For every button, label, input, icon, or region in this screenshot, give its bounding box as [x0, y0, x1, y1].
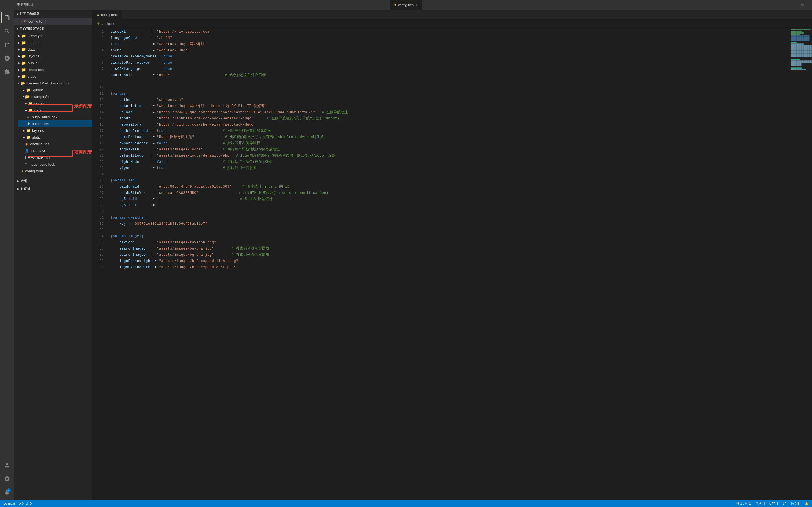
section-timeline[interactable]: ▶ 时间线 — [13, 185, 92, 193]
code-line-4: theme = "WebStack-Hugo" — [106, 47, 790, 54]
activity-source-control[interactable] — [1, 39, 12, 50]
mywebstack-label: MYWEBSTACK — [20, 27, 45, 30]
gitattributes-label: .gitattributes — [29, 142, 49, 146]
status-spaces[interactable]: 空格: 4 — [755, 502, 765, 506]
status-line-col[interactable]: 行 1，列 1 — [736, 502, 751, 506]
code-line-16: repository = "https://github.com/shenwei… — [106, 122, 790, 128]
activity-explorer[interactable] — [1, 12, 12, 23]
section-mywebstack[interactable]: ▾ MYWEBSTACK — [13, 24, 92, 33]
file-readme[interactable]: ℹ README.md — [16, 154, 92, 161]
title-bar: 资源管理器 ⋯ ⚙ config.toml ✕ ⧉ ⋯ — [0, 0, 812, 10]
code-line-20: logosPath = "assets/images/logos" # 网站每个… — [106, 147, 790, 153]
folder-data[interactable]: ▶ 📁 data — [13, 46, 92, 53]
folder-themes-webstack[interactable]: ▾ 📂 themes / WebStack-Hugo — [13, 80, 92, 87]
code-line-22: nightMode = false # 默认站点为深色(夜间)模式 — [106, 159, 790, 165]
open-editor-config-item[interactable]: ✕ ⚙ config.toml — [13, 18, 92, 24]
archetypes-chevron: ▶ — [18, 34, 20, 38]
code-line-21: defaultLogo = "assets/images/logos/defau… — [106, 153, 790, 159]
folder-resources[interactable]: ▶ 📁 resources — [13, 66, 92, 73]
title-bar-right: ⧉ ⋯ — [422, 3, 810, 7]
section-outline[interactable]: ▶ 大纲 — [13, 177, 92, 185]
activity-run[interactable] — [1, 53, 12, 64]
folder-github[interactable]: ▶ 📁 .github — [16, 87, 92, 93]
activity-notification[interactable]: 1 — [1, 487, 12, 498]
folder-themes-layouts[interactable]: ▶ 📁 layouts — [16, 127, 92, 134]
open-editor-gear-icon: ⚙ — [24, 19, 27, 23]
activity-settings[interactable] — [1, 473, 12, 485]
file-root-config-toml[interactable]: ⚙ config.toml — [13, 168, 92, 174]
public-label: public — [28, 61, 37, 65]
readme-label: README.md — [28, 156, 50, 160]
folder-static[interactable]: ▶ 📁 static — [13, 73, 92, 80]
code-line-27: baiduSiteVer = 'codeva-cCAOSG8MBO' # 百度H… — [106, 190, 790, 196]
themes-folder-icon: 📂 — [20, 81, 25, 86]
file-gitattributes[interactable]: ◉ .gitattributes — [16, 140, 92, 147]
editor-tabs: ⚙ config.toml — [93, 10, 812, 20]
content-label: content — [28, 41, 40, 45]
line-numbers: 12345 678910 1112131415 1617181920 21222… — [93, 27, 106, 500]
root-config-gear-icon: ⚙ — [20, 169, 23, 173]
folder-examplesite[interactable]: ▾ 📂 exampleSite — [16, 93, 92, 100]
title-overflow-icon[interactable]: ⋯ — [806, 3, 810, 7]
license-icon: 👤 — [25, 149, 29, 153]
open-editor-close-icon[interactable]: ✕ — [20, 20, 22, 23]
file-hugo-build-lock-example[interactable]: ≡ .hugo_build.lock — [18, 114, 92, 120]
folder-examplesite-content[interactable]: ▶ 📁 content — [18, 100, 92, 107]
main-tab-config[interactable]: ⚙ config.toml ✕ — [390, 0, 422, 10]
warning-icon: ⚠ — [26, 502, 29, 506]
themes-layouts-chevron: ▶ — [22, 129, 25, 132]
tab-gear-icon: ⚙ — [393, 3, 396, 7]
layouts-label: layouts — [28, 54, 39, 58]
code-line-8: publishDir = "docs" # 站点静态文件保存目录 — [106, 72, 790, 78]
tab-close-icon[interactable]: ✕ — [416, 3, 418, 6]
resources-label: resources — [28, 68, 44, 72]
code-line-29: tj51lack = '' — [106, 202, 790, 209]
breadcrumb: ⚙ config.toml — [93, 20, 812, 27]
code-content[interactable]: baseURL = "https://nav.bioitee.com" lang… — [106, 27, 790, 500]
editor-tab-label: config.toml — [101, 13, 117, 17]
examplesite-folder-icon: 📂 — [25, 95, 30, 99]
examplesite-data-chevron: ▶ — [25, 109, 27, 112]
themes-static-label: static — [32, 135, 41, 139]
resources-chevron: ▶ — [18, 68, 20, 71]
activity-account[interactable] — [1, 460, 12, 471]
themes-children: ▶ 📁 .github ▾ 📂 exampleSite ▶ — [13, 87, 92, 168]
code-line-7: hasCJKLanguage = true — [106, 66, 790, 72]
hugo-build-lock-themes-label: .hugo_build.lock — [29, 162, 55, 166]
status-line-ending[interactable]: LF — [783, 502, 786, 506]
file-license[interactable]: 👤 LICENSE — [16, 147, 92, 154]
status-notification[interactable]: 🔔 — [805, 502, 809, 506]
outline-label: 大纲 — [20, 179, 28, 183]
folder-archetypes[interactable]: ▶ 📁 archetypes — [13, 33, 92, 39]
folder-content[interactable]: ▶ 📁 content — [13, 39, 92, 46]
open-editors-label: 打开的编辑器 — [20, 12, 40, 16]
folder-examplesite-data[interactable]: ▶ 📁 data — [18, 107, 92, 114]
status-encoding[interactable]: UTF-8 — [769, 502, 778, 506]
title-bar-more-icon[interactable]: ⋯ — [38, 3, 42, 7]
open-editors-chevron: ▾ — [17, 12, 18, 15]
sidebar-tree: ▶ 📁 archetypes ▶ 📁 content ▶ 📁 data — [13, 33, 92, 500]
editor-tab-config[interactable]: ⚙ config.toml — [93, 10, 122, 20]
split-editor-icon[interactable]: ⧉ — [801, 3, 804, 7]
code-editor[interactable]: 12345 678910 1112131415 1617181920 21222… — [93, 27, 812, 500]
layouts-chevron: ▶ — [18, 55, 20, 58]
branch-name: main — [8, 502, 15, 505]
code-line-23: yiyan = true # 默认启用一言服务 — [106, 165, 790, 171]
warning-count: 0 — [30, 502, 32, 505]
file-config-toml-example[interactable]: ⚙ config.toml — [18, 120, 92, 127]
folder-themes-static[interactable]: ▶ 📁 static — [16, 134, 92, 140]
file-hugo-build-lock-themes[interactable]: ≡ .hugo_build.lock — [16, 161, 92, 168]
section-open-editors[interactable]: ▾ 打开的编辑器 — [13, 10, 92, 18]
status-bar: ⎇ main ⊘ 0 ⚠ 0 行 1，列 1 空格: 4 UTF-8 LF 纯文… — [0, 500, 812, 507]
data-chevron: ▶ — [18, 48, 20, 51]
folder-public[interactable]: ▶ 📁 public — [13, 59, 92, 66]
open-editor-config-label: config.toml — [29, 19, 46, 23]
code-line-14: upload = "https://www.yuque.com/forms/sh… — [106, 109, 790, 115]
status-git-branch[interactable]: ⎇ main — [3, 502, 15, 506]
status-file-type[interactable]: 纯文本 — [791, 502, 800, 506]
code-line-3: title = "WebStack-Hugo 网址导航" — [106, 41, 790, 47]
activity-search[interactable] — [1, 25, 12, 37]
activity-extensions[interactable] — [1, 66, 12, 77]
status-errors[interactable]: ⊘ 0 ⚠ 0 — [18, 502, 32, 506]
folder-layouts[interactable]: ▶ 📁 layouts — [13, 53, 92, 59]
